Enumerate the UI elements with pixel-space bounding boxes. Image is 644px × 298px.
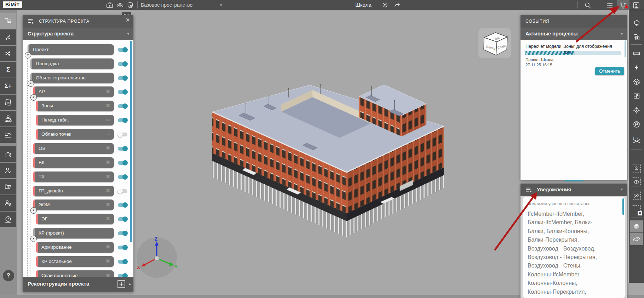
point-cloud-icon: ∷ — [107, 131, 110, 136]
notifications-title: Уведомления — [537, 187, 571, 192]
tree-item[interactable]: ЭОМ⌘ — [33, 199, 127, 210]
tree-item[interactable]: КР (проект) — [33, 228, 127, 238]
tree-item[interactable]: ГП_дизайн⌘ — [33, 186, 127, 196]
active-processes-section[interactable]: Активные процессы ▾ — [521, 28, 627, 40]
tool-user-location[interactable] — [0, 195, 16, 211]
rtool-solid-view[interactable] — [629, 220, 644, 233]
visibility-toggle[interactable] — [118, 217, 127, 221]
notification-status: Коллизии успешно посчитаны — [528, 201, 589, 206]
rtool-floorplan[interactable] — [629, 89, 644, 103]
tree-item[interactable]: Объект строительства — [30, 73, 127, 83]
visibility-toggle[interactable] — [118, 147, 127, 151]
structure-panel-footer[interactable]: Реконструкция проекта ▴ — [23, 277, 133, 292]
tree-item[interactable]: ВК⌘ — [33, 157, 127, 168]
briefcase-icon[interactable] — [106, 1, 114, 9]
tool-plugins[interactable] — [0, 146, 16, 162]
tool-charts[interactable] — [0, 127, 16, 143]
visibility-toggle[interactable] — [118, 62, 127, 66]
tree-item[interactable]: ЭГ⌘ — [36, 214, 127, 224]
visibility-toggle[interactable] — [118, 161, 127, 165]
visibility-toggle[interactable] — [118, 48, 127, 52]
shield-status-icon[interactable] — [126, 1, 134, 9]
tool-2d-views[interactable]: 2D — [0, 95, 16, 110]
cancel-button[interactable]: Отменить — [595, 67, 624, 75]
list-icon[interactable] — [606, 1, 614, 9]
tree-item[interactable]: Облако точек∷ — [36, 129, 127, 140]
rtool-section-cube[interactable] — [629, 75, 644, 89]
rtool-focus-target[interactable] — [629, 103, 644, 117]
rtool-numbered-axes[interactable]: 12 — [629, 134, 644, 147]
visibility-toggle[interactable] — [118, 246, 127, 249]
notification-card[interactable]: Коллизии успешно посчитаны IfcMember-Ifc… — [523, 197, 625, 298]
panel-menu-icon[interactable] — [525, 187, 533, 193]
tree-item[interactable]: Проект — [28, 44, 127, 55]
tree-item[interactable]: ОВ⌘ — [33, 143, 127, 154]
tool-sum[interactable]: Σ — [0, 62, 16, 78]
tree-item[interactable]: ТХ⌘ — [33, 172, 127, 182]
visibility-toggle[interactable] — [118, 90, 127, 94]
collapse-caret-icon[interactable]: ▴ — [129, 281, 131, 286]
tree-item[interactable]: Армирование⌘ — [36, 242, 127, 253]
share-icon[interactable] — [393, 1, 401, 9]
navigation-cube[interactable]: Слева Сзади — [478, 28, 511, 58]
visibility-toggle[interactable] — [118, 189, 127, 193]
events-scrollbar[interactable] — [625, 40, 626, 57]
tool-project-structure[interactable] — [0, 13, 16, 29]
rtool-isolate-cube[interactable] — [629, 162, 644, 175]
workspace-caret-icon[interactable]: ▾ — [220, 3, 222, 7]
structure-scrollbar[interactable] — [130, 41, 132, 242]
tree-item[interactable]: Зоны⌘ — [36, 101, 127, 111]
gear-icon[interactable] — [381, 1, 389, 9]
user-icon[interactable] — [632, 1, 640, 9]
workspace-selector[interactable]: Базовое пространство — [141, 2, 192, 8]
rtool-hide-eye[interactable] — [629, 189, 644, 202]
visibility-toggle[interactable] — [118, 175, 127, 179]
axis-gizmo[interactable]: Z X Y — [136, 236, 179, 279]
chevron-down-icon[interactable]: ▾ — [621, 187, 623, 192]
visibility-toggle[interactable] — [118, 260, 127, 264]
tool-shuffle[interactable] — [0, 46, 16, 61]
rtool-ruler[interactable] — [629, 47, 644, 60]
help-button[interactable]: ? — [3, 270, 14, 281]
visibility-toggle[interactable] — [118, 231, 127, 235]
tool-graph-nodes[interactable] — [0, 29, 16, 45]
tree-item[interactable]: АР⌘ — [33, 86, 127, 97]
visibility-toggle[interactable] — [118, 133, 127, 136]
close-icon[interactable]: × — [126, 16, 130, 24]
visibility-toggle[interactable] — [118, 104, 127, 108]
rtool-orbit[interactable] — [629, 232, 644, 246]
expand-toggle[interactable]: ▾ — [30, 207, 37, 214]
add-structure-icon[interactable] — [117, 280, 125, 288]
rtool-selection-groups[interactable] — [629, 30, 644, 44]
rtool-flag[interactable] — [629, 118, 644, 131]
expand-toggle[interactable]: ▾ — [25, 52, 31, 58]
expand-toggle[interactable]: ▾ — [30, 236, 37, 242]
visibility-toggle[interactable] — [118, 76, 127, 80]
tool-user-check[interactable] — [0, 163, 16, 178]
visibility-toggle[interactable] — [118, 203, 127, 207]
notifications-header[interactable]: Уведомления ▾ — [521, 184, 627, 196]
rtool-clear-selection[interactable]: × — [629, 203, 644, 216]
tool-shared-folder[interactable] — [0, 179, 16, 195]
tree-item[interactable]: Немод.табл.x≡ — [36, 115, 127, 125]
visibility-toggle[interactable] — [118, 118, 127, 122]
panel-menu-icon[interactable] — [28, 18, 35, 24]
building-model[interactable] — [196, 64, 448, 243]
tool-dashboard-gauge[interactable] — [0, 212, 16, 227]
expand-toggle[interactable]: ▾ — [30, 94, 37, 101]
progress-percent: 52% — [564, 51, 571, 55]
tool-hierarchy[interactable] — [0, 111, 16, 126]
rtool-show-eye[interactable] — [629, 175, 644, 189]
search-icon[interactable] — [584, 1, 592, 9]
tree-item[interactable]: Площадка — [30, 58, 127, 69]
rtool-tree[interactable] — [629, 16, 644, 30]
structure-selector[interactable]: Структура проекта ▾ — [23, 28, 133, 40]
rtool-flash[interactable] — [629, 61, 644, 74]
tree-item[interactable]: КР остальное⌘ — [36, 256, 127, 267]
team-icon[interactable] — [116, 1, 124, 9]
tool-sum-plus[interactable]: Σ+ — [0, 78, 16, 94]
notifications-scrollbar[interactable] — [622, 198, 624, 215]
collision-item: IfcMember-IfcMember, — [528, 210, 597, 218]
expand-toggle[interactable]: ▾ — [28, 80, 34, 87]
app-logo[interactable]: BiMiT — [3, 1, 22, 8]
